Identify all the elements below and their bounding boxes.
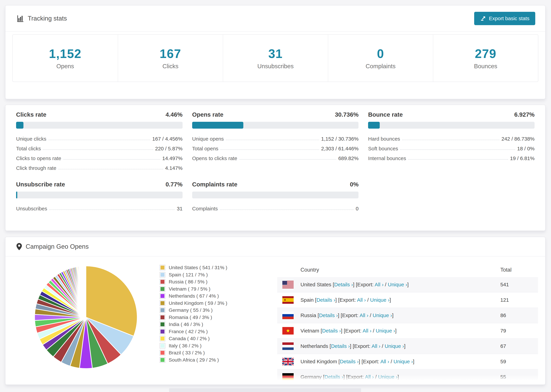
export-unique-link[interactable]: Unique ›: [373, 313, 392, 318]
geo-pie-chart: [33, 264, 139, 370]
rate-head: Bounce rate 6.927%: [368, 111, 535, 118]
rate-row-value: 0: [356, 206, 359, 211]
country-cell: United Kingdom [Details ›] [Export: All …: [300, 359, 500, 364]
legend-swatch: [160, 357, 165, 362]
legend-swatch: [160, 272, 165, 277]
rate-panel-opens-rate: Opens rate 30.736% Unique opens 1,152 / …: [192, 111, 359, 172]
rate-row-label: Unique opens: [192, 136, 224, 142]
legend-item-france[interactable]: France ( 42 / 2% ): [160, 328, 227, 335]
rate-progress-fill: [368, 122, 380, 129]
details-link[interactable]: Details ›: [340, 359, 359, 364]
export-all-link[interactable]: All ›: [365, 374, 374, 380]
legend-item-vietnam[interactable]: Vietnam ( 79 / 5% ): [160, 286, 227, 293]
rate-head: Opens rate 30.736%: [192, 111, 359, 118]
legend-item-romania[interactable]: Romania ( 49 / 3% ): [160, 314, 227, 321]
details-link[interactable]: Details ›: [331, 343, 350, 349]
ru-flag-icon: [282, 312, 294, 319]
rate-row: Internal bounces 19 / 6.81%: [368, 152, 535, 162]
export-all-link[interactable]: All ›: [360, 313, 368, 318]
legend-item-india[interactable]: India ( 46 / 3% ): [160, 321, 227, 328]
details-link[interactable]: Details ›: [319, 313, 338, 318]
country-cell: Spain [Details ›] [Export: All › / Uniqu…: [300, 297, 500, 303]
stat-opens: 1,152 Opens: [13, 35, 118, 82]
legend-label: Vietnam ( 79 / 5% ): [169, 286, 210, 292]
rate-row-value: 14.497%: [162, 155, 182, 161]
details-link[interactable]: Details ›: [316, 297, 335, 303]
legend-swatch: [160, 301, 165, 306]
legend-item-russia[interactable]: Russia ( 86 / 5% ): [160, 278, 227, 286]
es-flag-icon: [282, 296, 294, 304]
stats-row: 1,152 Opens 167 Clicks 31 Unsubscribes 0…: [12, 34, 538, 82]
export-unique-link[interactable]: Unique ›: [376, 328, 395, 334]
legend-item-netherlands[interactable]: Netherlands ( 67 / 4% ): [160, 293, 227, 300]
dotted-leader: [63, 159, 160, 160]
rate-title: Bounce rate: [368, 111, 403, 118]
rate-rows: Unsubscribes 31: [16, 203, 183, 212]
geo-body: United States ( 541 / 31% ) Spain ( 121 …: [6, 257, 545, 385]
legend-item-canada[interactable]: Canada ( 40 / 2% ): [160, 335, 227, 342]
stat-unsubscribes: 31 Unsubscribes: [223, 35, 328, 82]
legend-item-united-states[interactable]: United States ( 541 / 31% ): [160, 264, 227, 271]
export-all-link[interactable]: All ›: [380, 359, 389, 364]
export-basic-stats-label: Export basic stats: [489, 15, 530, 21]
rate-row-value: 2,303 / 61.446%: [321, 146, 359, 152]
rate-row-label: Opens to clicks rate: [192, 155, 237, 161]
stat-clicks: 167 Clicks: [118, 35, 223, 82]
rate-row-value: 1,152 / 30.736%: [321, 136, 359, 142]
country-cell: United States [Details ›] [Export: All ›…: [300, 282, 500, 287]
export-all-link[interactable]: All ›: [363, 328, 372, 334]
legend-item-south-africa[interactable]: South Africa ( 29 / 2% ): [160, 357, 227, 364]
export-basic-stats-button[interactable]: Export basic stats: [474, 12, 535, 25]
rate-row: Complaints 0: [192, 203, 359, 212]
export-all-link[interactable]: All ›: [375, 282, 384, 287]
legend-label: Romania ( 49 / 3% ): [169, 315, 212, 320]
campaign-geo-opens-card: Campaign Geo Opens United States ( 541 /…: [5, 237, 545, 385]
rate-progress-fill: [192, 122, 243, 129]
rate-row: Opens to clicks rate 689.82%: [192, 152, 359, 162]
details-link[interactable]: Details ›: [334, 282, 353, 287]
export-unique-link[interactable]: Unique ›: [388, 282, 407, 287]
details-link[interactable]: Details ›: [322, 328, 341, 334]
export-all-link[interactable]: All ›: [372, 343, 380, 349]
export-unique-link[interactable]: Unique ›: [378, 374, 397, 380]
horizontal-scrollbar-thumb[interactable]: [169, 388, 361, 392]
legend-item-united-kingdom[interactable]: United Kingdom ( 59 / 3% ): [160, 300, 227, 307]
details-link[interactable]: Details ›: [325, 374, 343, 380]
total-cell: 55: [500, 374, 538, 380]
dotted-leader: [220, 149, 319, 150]
legend-item-italy[interactable]: Italy ( 36 / 2% ): [160, 342, 227, 350]
legend-label: United States ( 541 / 31% ): [169, 265, 227, 270]
export-unique-link[interactable]: Unique ›: [370, 297, 389, 303]
export-unique-link[interactable]: Unique ›: [394, 359, 413, 364]
geo-table-row-united-kingdom: United Kingdom [Details ›] [Export: All …: [277, 354, 538, 369]
rate-row: Click through rate 4.147%: [16, 162, 183, 172]
stat-label: Bounces: [474, 63, 497, 70]
legend-label: Italy ( 36 / 2% ): [169, 343, 202, 349]
rate-progress-fill: [16, 122, 23, 129]
legend-item-germany[interactable]: Germany ( 55 / 3% ): [160, 307, 227, 314]
geo-section-title: Campaign Geo Opens: [26, 243, 89, 250]
legend-swatch: [160, 322, 165, 327]
total-cell: 79: [500, 328, 538, 334]
geo-table-row-vietnam: Vietnam [Details ›] [Export: All › / Uni…: [277, 323, 538, 339]
rates-card: Clicks rate 4.46% Unique clicks 167 / 4.…: [5, 105, 545, 231]
stat-label: Unsubscribes: [257, 63, 294, 70]
pie-slice-other[interactable]: [86, 266, 86, 317]
stat-value: 0: [377, 47, 384, 61]
stat-value: 279: [475, 47, 496, 61]
rate-panel-bounce-rate: Bounce rate 6.927% Hard bounces 242 / 86…: [368, 111, 535, 172]
legend-item-brazil[interactable]: Brazil ( 33 / 2% ): [160, 349, 227, 357]
legend-swatch: [160, 350, 165, 355]
export-all-link[interactable]: All ›: [357, 297, 366, 303]
stat-value: 1,152: [49, 47, 81, 61]
stat-bounces: 279 Bounces: [433, 35, 538, 82]
nl-flag-icon: [282, 343, 294, 350]
legend-label: Spain ( 121 / 7% ): [169, 272, 208, 278]
rate-row: Total opens 2,303 / 61.446%: [192, 142, 359, 152]
export-icon: [480, 15, 486, 21]
export-unique-link[interactable]: Unique ›: [385, 343, 404, 349]
legend-item-spain[interactable]: Spain ( 121 / 7% ): [160, 271, 227, 279]
rate-value: 0.77%: [165, 181, 182, 188]
rate-value: 0%: [350, 181, 359, 188]
tracking-stats-header: Tracking stats Export basic stats: [6, 6, 545, 32]
